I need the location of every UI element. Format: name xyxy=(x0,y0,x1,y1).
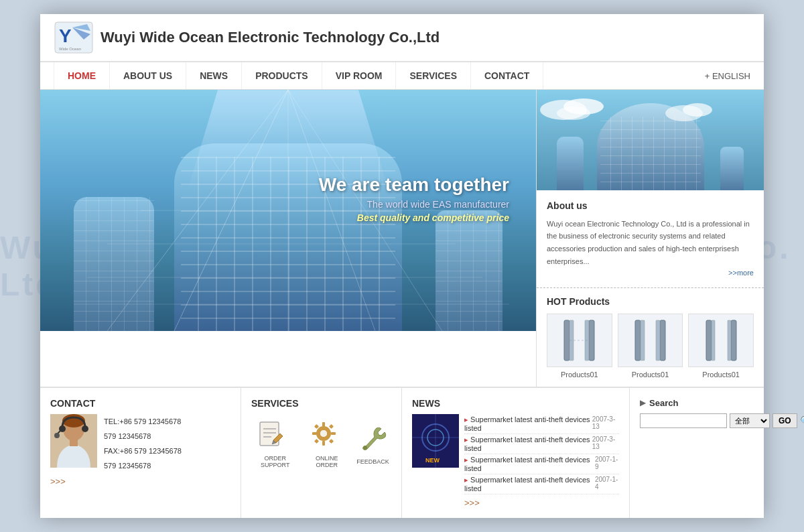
contact-tel2: 579 12345678 xyxy=(104,429,182,444)
search-select[interactable]: 全部 xyxy=(730,413,770,428)
service-feedback[interactable]: FEEDBACK xyxy=(354,419,391,465)
news-item-1-text: Supermarket latest anti-theft devices li… xyxy=(464,415,592,432)
contact-info: TEL:+86 579 12345678 579 12345678 FAX:+8… xyxy=(104,414,182,473)
nav-about[interactable]: ABOUT US xyxy=(110,62,186,89)
news-title: NEWS xyxy=(412,398,619,409)
svg-rect-51 xyxy=(329,439,334,444)
news-item-2-date: 2007-3-13 xyxy=(592,436,619,452)
hero-tagline: Best quality and competitive price xyxy=(319,212,509,223)
logo-area: Y Wide Ocean Wuyi Wide Ocean Electronic … xyxy=(54,21,440,54)
search-magnifier-icon: 🔍 xyxy=(800,415,804,426)
online-order-label: ONLINE ORDER xyxy=(306,455,348,468)
company-logo: Y Wide Ocean xyxy=(54,21,94,54)
nav-items: HOME ABOUT US NEWS PRODUCTS VIP ROOM SER… xyxy=(54,62,705,89)
svg-point-43 xyxy=(320,430,327,437)
product-label-1: Products01 xyxy=(547,371,612,379)
svg-rect-44 xyxy=(322,422,325,427)
contact-avatar xyxy=(50,414,97,468)
news-item-3[interactable]: Supermarket latest anti-theft devices li… xyxy=(464,454,619,474)
search-go-button[interactable]: GO xyxy=(773,413,797,428)
about-more-link[interactable]: >>more xyxy=(728,267,754,279)
contact-section-title: CONTACT xyxy=(50,398,230,409)
search-label: Search xyxy=(649,398,678,408)
product-label-3: Products01 xyxy=(688,371,754,379)
svg-rect-27 xyxy=(731,320,736,360)
company-name: Wuyi Wide Ocean Electronic Technology Co… xyxy=(100,29,440,46)
sidebar-building-image xyxy=(537,90,764,190)
site-header: Y Wide Ocean Wuyi Wide Ocean Electronic … xyxy=(40,14,764,62)
hero-subtitle: The world wide EAS manufacturer xyxy=(319,199,509,210)
news-item-1-date: 2007-3-13 xyxy=(592,415,619,432)
order-support-icon-box xyxy=(251,415,288,452)
sidebar-building-small-left xyxy=(557,137,584,190)
eas-gate-icon-2 xyxy=(632,317,669,364)
nav-services[interactable]: SERVICES xyxy=(396,62,471,89)
product-image-2 xyxy=(618,314,683,367)
news-item-3-date: 2007-1-9 xyxy=(595,456,619,472)
order-support-icon xyxy=(255,419,285,449)
feedback-label: FEEDBACK xyxy=(354,458,391,465)
search-arrow-icon: ▶ xyxy=(640,398,646,407)
news-more-link[interactable]: >>> xyxy=(464,498,619,508)
hero-title: We are team together xyxy=(319,174,509,196)
news-item-4-date: 2007-1-4 xyxy=(595,476,619,492)
svg-rect-26 xyxy=(706,320,712,360)
services-title: SERVICES xyxy=(251,398,391,409)
contact-fax2: 579 12345678 xyxy=(104,458,182,473)
svg-rect-17 xyxy=(564,320,570,360)
contact-more-link[interactable]: >>> xyxy=(50,476,230,486)
bottom-news: NEWS NEW Superma xyxy=(402,388,630,518)
news-list-container: Supermarket latest anti-theft devices li… xyxy=(464,414,619,508)
contact-tel: TEL:+86 579 12345678 xyxy=(104,414,182,429)
news-list: Supermarket latest anti-theft devices li… xyxy=(464,414,619,494)
nav-news[interactable]: NEWS xyxy=(186,62,242,89)
avatar-svg xyxy=(50,414,97,468)
bottom-services: SERVICES xyxy=(241,388,402,518)
avatar-shape xyxy=(50,414,97,468)
hero-text: We are team together The world wide EAS … xyxy=(319,174,509,223)
svg-rect-48 xyxy=(314,424,319,429)
svg-point-52 xyxy=(363,446,367,450)
search-controls: 全部 GO 🔍 xyxy=(640,413,804,428)
bottom-section: CONTACT xyxy=(40,387,764,518)
svg-rect-22 xyxy=(635,320,641,360)
product-item-3[interactable]: Products01 xyxy=(688,314,754,379)
contact-fax: FAX:+86 579 12345678 xyxy=(104,444,182,458)
nav-home[interactable]: HOME xyxy=(54,62,110,89)
news-item-1[interactable]: Supermarket latest anti-theft devices li… xyxy=(464,414,619,434)
news-item-4[interactable]: Supermarket latest anti-theft devices li… xyxy=(464,474,619,494)
svg-rect-45 xyxy=(322,441,325,446)
nav-bar: HOME ABOUT US NEWS PRODUCTS VIP ROOM SER… xyxy=(40,62,764,90)
news-item-2[interactable]: Supermarket latest anti-theft devices li… xyxy=(464,434,619,454)
nav-contact[interactable]: CONTACT xyxy=(471,62,543,89)
products-grid: Products01 Products01 xyxy=(547,314,754,379)
svg-text:Y: Y xyxy=(59,25,72,46)
service-online-order[interactable]: ONLINE ORDER xyxy=(306,415,348,468)
svg-rect-25 xyxy=(656,320,660,360)
eas-gate-icon-3 xyxy=(703,317,740,364)
services-icons: ORDER SUPPORT xyxy=(251,415,391,468)
about-section: About us Wuyi ocean Electronic Technolog… xyxy=(537,190,764,288)
news-content: NEW Supermarket latest anti-theft device… xyxy=(412,414,619,508)
nav-products[interactable]: PRODUCTS xyxy=(242,62,322,89)
bottom-search: ▶ Search 全部 GO 🔍 xyxy=(630,388,804,518)
search-input[interactable] xyxy=(640,413,727,428)
product-item-1[interactable]: Products01 xyxy=(547,314,612,379)
language-toggle[interactable]: + ENGLISH xyxy=(705,71,750,81)
svg-rect-24 xyxy=(641,320,645,360)
product-item-2[interactable]: Products01 xyxy=(618,314,683,379)
main-content: We are team together The world wide EAS … xyxy=(40,90,764,387)
order-support-label: ORDER SUPPORT xyxy=(251,455,299,468)
product-label-2: Products01 xyxy=(618,371,683,379)
clouds-svg xyxy=(537,96,764,137)
service-order-support[interactable]: ORDER SUPPORT xyxy=(251,415,299,468)
search-row: ▶ Search xyxy=(640,398,678,408)
website-container: Y Wide Ocean Wuyi Wide Ocean Electronic … xyxy=(40,14,764,518)
svg-rect-47 xyxy=(331,432,336,435)
svg-text:NEW: NEW xyxy=(425,457,440,464)
nav-vip-room[interactable]: VIP ROOM xyxy=(322,62,397,89)
online-order-icon xyxy=(309,419,339,449)
hot-products-title: HOT Products xyxy=(547,296,754,307)
sidebar-building-small-right xyxy=(720,147,744,190)
svg-text:Wide Ocean: Wide Ocean xyxy=(59,47,81,51)
